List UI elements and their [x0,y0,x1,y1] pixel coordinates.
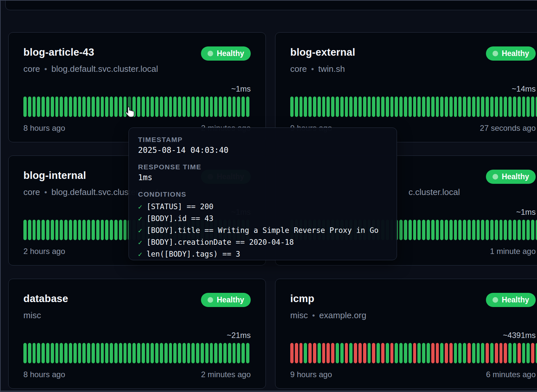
result-bar-success[interactable] [42,220,45,240]
result-bar-success[interactable] [513,343,516,363]
result-bar-success[interactable] [340,97,344,117]
result-bar-failure[interactable] [467,343,471,363]
result-bar-success[interactable] [187,343,190,363]
result-bar-success[interactable] [196,97,199,117]
result-bar-success[interactable] [23,220,27,240]
result-bar-success[interactable] [322,97,325,117]
result-bar-success[interactable] [486,97,489,117]
result-bar-success[interactable] [96,220,99,240]
result-bar-success[interactable] [490,220,494,240]
result-bar-failure[interactable] [518,343,521,363]
result-bar-success[interactable] [463,97,466,117]
result-bar-success[interactable] [386,97,389,117]
result-bar-success[interactable] [427,343,430,363]
result-bar-success[interactable] [237,343,240,363]
endpoint-card[interactable]: blog-external core•twin.sh Healthy ~14ms… [275,32,537,142]
result-bar-success[interactable] [64,220,68,240]
result-bar-success[interactable] [409,220,412,240]
result-bar-success[interactable] [55,343,59,363]
result-bar-success[interactable] [290,97,294,117]
result-bar-failure[interactable] [345,343,348,363]
result-bar-failure[interactable] [381,343,384,363]
result-bar-success[interactable] [124,343,127,363]
result-bar-success[interactable] [413,220,416,240]
result-bar-success[interactable] [422,343,425,363]
result-bar-success[interactable] [78,220,81,240]
result-bar-success[interactable] [92,343,95,363]
result-bar-success[interactable] [481,343,484,363]
result-bar-success[interactable] [386,343,389,363]
result-bar-success[interactable] [92,97,95,117]
result-bar-success[interactable] [233,343,236,363]
result-bar-success[interactable] [183,97,186,117]
result-bar-success[interactable] [69,343,72,363]
result-bar-success[interactable] [508,343,512,363]
result-bar-failure[interactable] [326,343,330,363]
result-bar-success[interactable] [536,220,537,240]
result-bar-failure[interactable] [449,343,453,363]
result-bar-success[interactable] [472,97,475,117]
result-bar-success[interactable] [169,97,172,117]
result-bar-success[interactable] [372,97,375,117]
result-bar-success[interactable] [504,97,507,117]
result-bar-success[interactable] [349,97,353,117]
result-bar-success[interactable] [119,97,122,117]
result-bar-success[interactable] [191,343,195,363]
result-bar-success[interactable] [422,220,425,240]
result-bar-success[interactable] [508,97,512,117]
result-bar-success[interactable] [363,97,366,117]
result-bar-success[interactable] [246,97,249,117]
result-bar-success[interactable] [427,220,430,240]
result-bar-failure[interactable] [486,343,489,363]
result-bar-success[interactable] [318,343,321,363]
result-bar-success[interactable] [246,343,249,363]
uptime-bar-row[interactable] [290,343,537,363]
result-bar-success[interactable] [409,97,412,117]
result-bar-success[interactable] [536,343,537,363]
result-bar-success[interactable] [124,220,127,240]
result-bar-success[interactable] [128,343,131,363]
result-bar-success[interactable] [210,97,213,117]
result-bar-success[interactable] [223,97,227,117]
result-bar-success[interactable] [241,343,245,363]
result-bar-success[interactable] [490,97,494,117]
result-bar-success[interactable] [504,220,507,240]
result-bar-success[interactable] [526,220,530,240]
result-bar-success[interactable] [151,343,154,363]
result-bar-success[interactable] [64,343,68,363]
result-bar-success[interactable] [110,220,113,240]
result-bar-failure[interactable] [313,343,316,363]
endpoint-card[interactable]: database misc Healthy ~21ms 8 hours ago … [8,279,266,389]
result-bar-success[interactable] [33,343,36,363]
result-bar-success[interactable] [178,343,181,363]
result-bar-success[interactable] [205,97,209,117]
result-bar-failure[interactable] [445,343,448,363]
result-bar-success[interactable] [440,343,443,363]
result-bar-success[interactable] [178,97,181,117]
result-bar-success[interactable] [490,343,494,363]
result-bar-failure[interactable] [390,343,394,363]
result-bar-success[interactable] [46,220,49,240]
result-bar-success[interactable] [228,343,231,363]
result-bar-success[interactable] [417,220,421,240]
result-bar-success[interactable] [87,97,90,117]
result-bar-success[interactable] [46,343,49,363]
result-bar-success[interactable] [114,343,118,363]
result-bar-success[interactable] [336,343,339,363]
result-bar-success[interactable] [454,97,457,117]
uptime-bar-row[interactable] [23,97,249,117]
result-bar-failure[interactable] [499,343,503,363]
endpoint-card[interactable]: icmp misc•example.org Healthy ~4391ms 9 … [275,279,537,389]
result-bar-success[interactable] [191,97,195,117]
result-bar-success[interactable] [23,97,27,117]
result-bar-success[interactable] [417,97,421,117]
result-bar-success[interactable] [481,97,484,117]
result-bar-success[interactable] [390,97,394,117]
result-bar-success[interactable] [201,97,204,117]
result-bar-success[interactable] [233,97,236,117]
result-bar-success[interactable] [37,220,40,240]
result-bar-success[interactable] [526,343,530,363]
result-bar-failure[interactable] [354,343,357,363]
uptime-bar-row[interactable] [23,343,249,363]
result-bar-success[interactable] [219,97,222,117]
